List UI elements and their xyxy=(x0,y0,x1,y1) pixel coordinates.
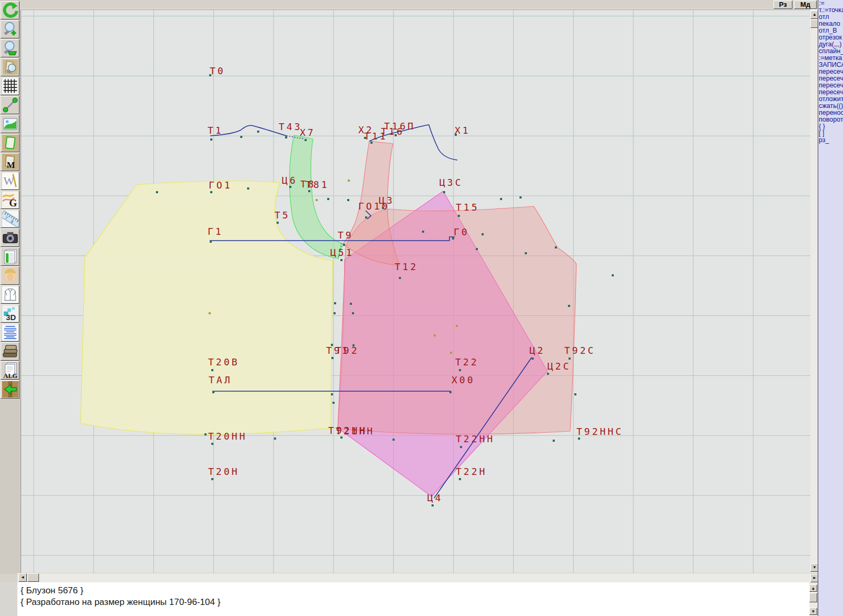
point-marker xyxy=(612,274,614,276)
exit-tool-button[interactable] xyxy=(1,380,19,399)
point-marker xyxy=(210,241,212,243)
portrait-tool-button[interactable] xyxy=(1,266,19,285)
md-mode-button[interactable]: Мд xyxy=(794,1,817,9)
status-line-title: { Блузон 5676 } xyxy=(21,585,83,596)
point-marker xyxy=(211,443,213,445)
status-line-size: { Разработано на размер женщины 170-96-1… xyxy=(21,597,220,608)
status-text-area[interactable]: { Блузон 5676 } { Разработано на размер … xyxy=(17,582,809,616)
point-marker xyxy=(460,446,462,448)
point-marker xyxy=(247,187,249,190)
status-scroll-thumb[interactable] xyxy=(809,593,817,602)
command-item[interactable]: поворот xyxy=(818,116,843,123)
point-marker xyxy=(449,391,452,393)
command-item[interactable]: ЗАПИСА xyxy=(818,62,843,68)
point-marker xyxy=(432,504,434,506)
point-label-Т12: Т12 xyxy=(395,262,418,272)
command-item[interactable]: отл_В xyxy=(818,27,843,34)
command-item[interactable]: { } xyxy=(818,123,843,130)
point-marker xyxy=(455,134,457,136)
horizontal-scroll-thumb[interactable] xyxy=(27,573,39,582)
command-item[interactable]: т.:=точка xyxy=(818,7,843,14)
point-marker xyxy=(257,131,259,133)
point-marker xyxy=(555,246,557,249)
point-marker xyxy=(525,252,527,254)
point-marker xyxy=(459,478,461,480)
point-label-Т9: Т9 xyxy=(338,230,354,241)
camera-tool-button[interactable] xyxy=(1,228,19,247)
command-item[interactable]: пересеч xyxy=(818,68,843,75)
command-item[interactable]: [ ] xyxy=(818,130,843,137)
point-marker xyxy=(422,231,424,233)
point-label-Ц2: Ц2 xyxy=(530,345,545,356)
point-marker xyxy=(350,303,352,305)
point-marker xyxy=(210,138,212,141)
point-marker xyxy=(334,302,336,304)
canvas-horizontal-scrollbar[interactable]: ◄ xyxy=(17,573,810,582)
scroll-left-button[interactable]: ◄ xyxy=(18,573,27,582)
pattern-canvas[interactable]: Т0Т1Т43Х7Х2Т11Т16Т16ПХ1ГО1Ц6Т8Т81ЦЗСТ5ГО… xyxy=(21,9,810,573)
zoom-in-tool-button[interactable] xyxy=(1,20,19,38)
point-marker xyxy=(327,198,329,200)
point-label-ГО1: ГО1 xyxy=(209,180,232,191)
point-marker xyxy=(443,191,445,193)
status-scroll-down-button[interactable]: ▼ xyxy=(809,608,817,615)
command-item[interactable]: пекало xyxy=(818,21,843,27)
table-tool-button[interactable] xyxy=(1,247,19,266)
zoom-out-tool-button[interactable] xyxy=(1,39,19,57)
command-item[interactable]: отл xyxy=(818,14,843,21)
point-marker xyxy=(395,134,397,136)
command-item[interactable]: пересеч xyxy=(818,89,843,96)
point-label-Т0: Т0 xyxy=(210,66,226,76)
measure-tool-button[interactable] xyxy=(1,96,19,114)
text-list-icon xyxy=(2,324,18,341)
g-curves-tool-button[interactable]: G xyxy=(1,191,19,209)
point-marker xyxy=(352,344,355,346)
point-label-ЦЗС: ЦЗС xyxy=(439,177,463,188)
grid-tool-button[interactable] xyxy=(1,77,19,95)
pattern-m-icon: M xyxy=(2,154,18,170)
status-scroll-up-button[interactable]: ▲ xyxy=(809,584,817,592)
ruler-tool-button[interactable]: 78 xyxy=(1,210,19,228)
point-marker xyxy=(578,438,580,440)
rz-mode-button[interactable]: Рз xyxy=(773,1,792,9)
point-marker xyxy=(482,233,484,235)
command-item[interactable]: сплайн_ xyxy=(818,48,843,55)
command-item[interactable]: рз_ xyxy=(818,137,843,144)
books-tool-button[interactable] xyxy=(1,342,19,361)
alg-tool-button[interactable]: ALG xyxy=(1,361,19,380)
point-label-Т92С: Т92С xyxy=(564,345,595,356)
command-item[interactable]: дуга(,,,) xyxy=(818,41,843,48)
command-item[interactable]: := xyxy=(818,0,843,7)
pattern-m-tool-button[interactable]: M xyxy=(1,153,19,171)
point-marker xyxy=(340,436,342,439)
zoom-pattern-tool-button[interactable] xyxy=(1,58,19,76)
point-marker xyxy=(519,196,522,198)
command-item[interactable]: отрезок xyxy=(818,34,843,41)
compass-w-tool-button[interactable]: W xyxy=(1,172,19,190)
point-marker xyxy=(553,440,555,442)
3d-tool-button[interactable]: 3D xyxy=(1,304,19,323)
portrait-icon xyxy=(2,267,18,284)
command-item[interactable]: пересеч xyxy=(818,82,843,89)
command-item[interactable]: сжать(() xyxy=(818,103,843,110)
undo-tool-button[interactable] xyxy=(1,1,19,19)
point-marker xyxy=(347,199,349,201)
command-item[interactable]: отложит xyxy=(818,96,843,103)
pattern-piece-tool-button[interactable] xyxy=(1,134,19,152)
point-label-Т22: Т22 xyxy=(455,357,479,367)
garment-tool-button[interactable] xyxy=(1,285,19,304)
command-item[interactable]: пересеч xyxy=(818,75,843,82)
garment-icon xyxy=(2,286,18,303)
command-item[interactable]: перенос xyxy=(818,110,843,116)
zoom-out-icon xyxy=(2,40,18,56)
svg-text:ALG: ALG xyxy=(3,372,17,379)
command-list-panel: :=т.:=точкаотлпекалоотл_Вотрезокдуга(,,,… xyxy=(818,0,843,616)
svg-text:G: G xyxy=(9,197,17,208)
command-item[interactable]: :=метка xyxy=(818,55,843,62)
point-label-Т20НН: Т20НН xyxy=(208,431,247,442)
armhole-band-back[interactable] xyxy=(289,135,343,259)
image-tool-button[interactable] xyxy=(1,115,19,133)
text-list-tool-button[interactable] xyxy=(1,323,19,342)
status-vertical-scrollbar[interactable]: ▲ ▼ xyxy=(809,582,818,616)
point-marker xyxy=(532,357,534,360)
